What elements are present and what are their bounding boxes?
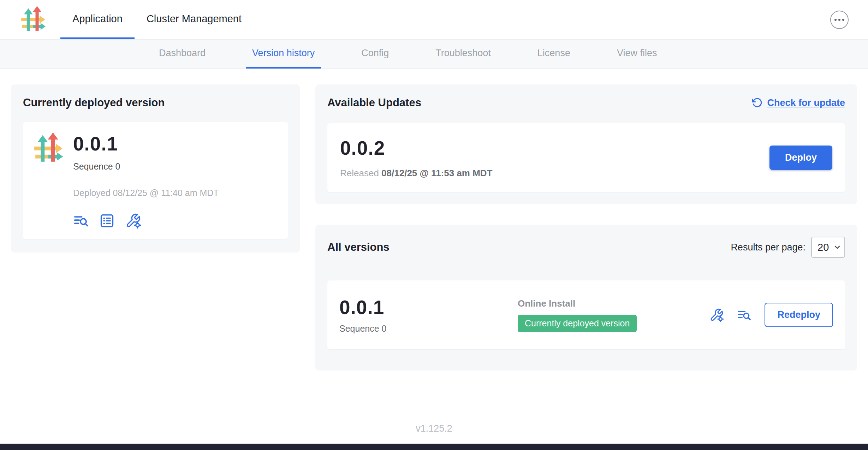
deployed-timestamp: Deployed 08/12/25 @ 11:40 am MDT <box>73 188 219 198</box>
install-type-label: Online Install <box>518 298 637 309</box>
dot <box>834 19 837 21</box>
currently-deployed-title: Currently deployed version <box>23 96 288 109</box>
console-version: v1.125.2 <box>416 423 452 434</box>
subnav-item-dashboard[interactable]: Dashboard <box>153 40 212 69</box>
app-logo-icon <box>32 132 65 165</box>
results-per-page-select-wrap: 20 <box>811 237 845 258</box>
check-for-update-label: Check for update <box>767 97 845 108</box>
currently-deployed-card: Currently deployed version <box>11 84 300 253</box>
deployed-version-info: 0.0.1 Sequence 0 Deployed 08/12/25 @ 11:… <box>73 132 219 229</box>
ellipsis-icon[interactable] <box>830 11 849 29</box>
update-version-number: 0.0.2 <box>340 137 493 159</box>
app-subnav: Dashboard Version history Config Trouble… <box>0 40 868 69</box>
logs-search-icon[interactable] <box>73 213 89 229</box>
deployed-sequence: Sequence 0 <box>73 161 219 172</box>
results-per-page-select[interactable]: 20 <box>811 237 845 258</box>
subnav-label-version-history: Version history <box>252 48 315 59</box>
dot <box>842 19 844 21</box>
subnav-label-view-files: View files <box>617 48 657 59</box>
version-row-status: Online Install Currently deployed versio… <box>518 298 637 332</box>
bottom-bar <box>0 444 868 450</box>
deployed-version-number: 0.0.1 <box>73 132 219 155</box>
deployed-version-actions <box>73 213 219 229</box>
subnav-item-config[interactable]: Config <box>355 40 395 69</box>
released-prefix: Released <box>340 168 379 178</box>
version-row: 0.0.1 Sequence 0 Online Install Currentl… <box>327 280 845 349</box>
subnav-item-troubleshoot[interactable]: Troubleshoot <box>429 40 497 69</box>
checklist-icon[interactable] <box>99 213 115 229</box>
update-released-line: Released 08/12/25 @ 11:53 am MDT <box>340 168 493 179</box>
update-row: 0.0.2 Released 08/12/25 @ 11:53 am MDT D… <box>327 123 845 192</box>
tab-cluster-management[interactable]: Cluster Management <box>135 0 254 39</box>
currently-deployed-version-panel: 0.0.1 Sequence 0 Deployed 08/12/25 @ 11:… <box>23 122 288 239</box>
dot <box>838 19 840 21</box>
subnav-item-view-files[interactable]: View files <box>611 40 664 69</box>
version-row-info: 0.0.1 Sequence 0 <box>339 296 518 334</box>
subnav-label-config: Config <box>361 48 389 59</box>
deploy-button[interactable]: Deploy <box>769 146 832 170</box>
results-per-page: Results per page: 20 <box>731 237 845 258</box>
wrench-gear-icon[interactable] <box>125 213 141 229</box>
all-versions-title: All versions <box>327 241 390 254</box>
app-logo-icon <box>19 6 47 34</box>
released-date: 08/12/25 @ 11:53 am MDT <box>381 168 492 178</box>
check-for-update-link[interactable]: Check for update <box>751 97 845 108</box>
update-info: 0.0.2 Released 08/12/25 @ 11:53 am MDT <box>340 137 493 179</box>
subnav-label-license: License <box>537 48 570 59</box>
subnav-label-dashboard: Dashboard <box>159 48 206 59</box>
subnav-label-troubleshoot: Troubleshoot <box>435 48 491 59</box>
right-column: Available Updates Check for update 0.0.2 <box>315 84 857 371</box>
tab-application-label: Application <box>72 13 123 25</box>
currently-deployed-badge: Currently deployed version <box>518 315 637 332</box>
top-header: Application Cluster Management <box>0 0 868 40</box>
tab-application[interactable]: Application <box>60 0 135 39</box>
subnav-item-version-history[interactable]: Version history <box>246 40 321 69</box>
refresh-icon <box>751 97 763 108</box>
tab-cluster-management-label: Cluster Management <box>147 13 242 25</box>
logs-search-icon[interactable] <box>737 308 751 322</box>
available-updates-card: Available Updates Check for update 0.0.2 <box>315 84 857 204</box>
main-content: Currently deployed version <box>0 69 868 413</box>
row-sequence: Sequence 0 <box>339 324 518 334</box>
version-row-actions: Redeploy <box>709 303 833 327</box>
wrench-gear-icon[interactable] <box>709 308 724 322</box>
subnav-item-license[interactable]: License <box>531 40 577 69</box>
all-versions-card: All versions Results per page: 20 0 <box>315 225 857 371</box>
page-footer: v1.125.2 <box>0 413 868 444</box>
row-version-number: 0.0.1 <box>339 296 518 319</box>
header-tabs: Application Cluster Management <box>60 0 254 39</box>
results-per-page-label: Results per page: <box>731 242 805 253</box>
redeploy-button[interactable]: Redeploy <box>765 303 833 327</box>
available-updates-title: Available Updates <box>327 96 421 109</box>
